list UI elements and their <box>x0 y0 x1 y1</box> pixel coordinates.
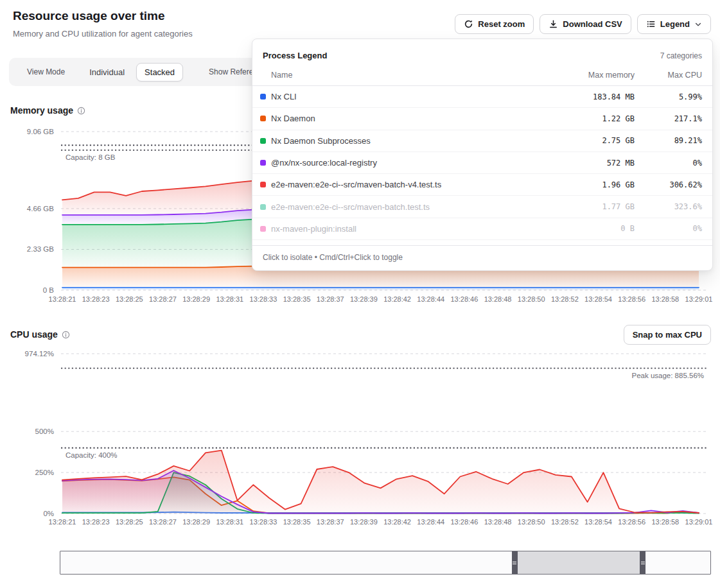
series-color-dot <box>260 116 266 121</box>
legend-dropdown-button[interactable]: Legend <box>637 14 711 34</box>
svg-text:13:28:27: 13:28:27 <box>149 295 177 303</box>
series-name: Nx CLI <box>271 92 551 101</box>
reset-zoom-button[interactable]: Reset zoom <box>455 14 534 34</box>
series-name: e2e-maven:e2e-ci--src/maven-batch-v4.tes… <box>271 180 551 189</box>
series-max-memory: 1.96 GB <box>551 180 635 189</box>
svg-text:0 B: 0 B <box>43 286 55 294</box>
legend-row[interactable]: Nx Daemon1.22 GB217.1% <box>252 108 712 130</box>
svg-text:13:28:44: 13:28:44 <box>417 518 444 526</box>
svg-text:13:28:37: 13:28:37 <box>317 518 344 526</box>
series-max-cpu: 89.21% <box>635 136 702 145</box>
svg-text:13:28:56: 13:28:56 <box>618 518 645 526</box>
process-legend-title: Process Legend <box>263 51 327 60</box>
view-mode-stacked[interactable]: Stacked <box>136 63 183 82</box>
column-max-cpu: Max CPU <box>635 71 702 80</box>
svg-text:13:28:27: 13:28:27 <box>149 518 177 526</box>
legend-row[interactable]: @nx/nx-source:local-registry572 MB0% <box>252 152 712 174</box>
series-max-memory: 0 B <box>551 224 635 233</box>
series-max-cpu: 323.6% <box>635 202 702 211</box>
svg-text:Capacity: 400%: Capacity: 400% <box>66 451 118 459</box>
series-max-cpu: 0% <box>635 224 702 233</box>
category-count: 7 categories <box>660 51 702 60</box>
brush-handle-left[interactable] <box>512 551 518 574</box>
brush-handle-right[interactable] <box>640 551 645 574</box>
cpu-section-title: CPU usage <box>10 329 70 340</box>
svg-text:500%: 500% <box>35 428 54 435</box>
legend-row[interactable]: Nx Daemon Subprocesses2.75 GB89.21% <box>252 130 712 152</box>
svg-text:13:28:50: 13:28:50 <box>518 518 545 526</box>
svg-text:13:28:23: 13:28:23 <box>82 295 110 303</box>
svg-text:13:28:21: 13:28:21 <box>49 518 76 526</box>
process-legend-popup: Process Legend 7 categories Name Max mem… <box>252 39 713 271</box>
column-name: Name <box>260 71 551 80</box>
legend-row[interactable]: nx-maven-plugin:install0 B0% <box>252 218 712 240</box>
svg-text:13:28:33: 13:28:33 <box>250 518 277 526</box>
svg-text:13:28:25: 13:28:25 <box>116 518 143 526</box>
chevron-down-icon <box>694 21 702 28</box>
svg-text:13:28:56: 13:28:56 <box>618 295 645 303</box>
svg-text:13:28:39: 13:28:39 <box>350 518 378 526</box>
svg-text:13:28:39: 13:28:39 <box>350 295 378 303</box>
cpu-usage-chart[interactable]: 0%250%500%974.12%Peak usage: 885.56%Capa… <box>0 347 720 534</box>
legend-row[interactable]: e2e-maven:e2e-ci--src/maven-batch-v4.tes… <box>252 174 712 196</box>
column-max-memory: Max memory <box>551 71 635 80</box>
series-color-dot <box>260 160 266 166</box>
series-max-memory: 2.75 GB <box>551 136 635 145</box>
download-icon <box>549 19 558 29</box>
legend-row[interactable]: e2e-maven:e2e-ci--src/maven-batch.test.t… <box>252 196 712 218</box>
page-title: Resource usage over time <box>13 9 165 23</box>
series-name: e2e-maven:e2e-ci--src/maven-batch.test.t… <box>271 202 551 212</box>
view-mode-individual[interactable]: Individual <box>82 64 132 81</box>
svg-text:13:28:46: 13:28:46 <box>450 518 478 526</box>
series-name: nx-maven-plugin:install <box>271 224 551 234</box>
header-actions: Reset zoom Download CSV Legend <box>455 14 711 34</box>
legend-row[interactable]: Nx CLI183.84 MB5.99% <box>252 86 712 108</box>
svg-text:13:28:25: 13:28:25 <box>116 295 143 303</box>
svg-text:13:28:21: 13:28:21 <box>49 295 76 303</box>
time-range-brush[interactable] <box>60 551 711 575</box>
snap-to-max-cpu-button[interactable]: Snap to max CPU <box>624 325 711 345</box>
svg-text:13:28:35: 13:28:35 <box>283 295 311 303</box>
brush-selection[interactable] <box>518 551 640 574</box>
info-icon[interactable] <box>62 331 70 339</box>
svg-text:Peak usage: 885.56%: Peak usage: 885.56% <box>631 372 704 379</box>
svg-text:13:28:35: 13:28:35 <box>283 518 311 526</box>
svg-text:13:28:44: 13:28:44 <box>417 295 444 303</box>
process-legend-header: Process Legend 7 categories <box>252 39 712 60</box>
legend-footer-hint: Click to isolate • Cmd/Ctrl+Click to tog… <box>252 245 712 270</box>
series-color-dot <box>260 94 266 99</box>
svg-text:13:28:58: 13:28:58 <box>651 518 679 526</box>
svg-text:974.12%: 974.12% <box>25 350 54 358</box>
list-icon <box>646 19 656 29</box>
view-mode-label: View Mode <box>27 67 65 76</box>
svg-text:13:29:01: 13:29:01 <box>685 518 713 526</box>
series-color-dot <box>260 226 266 232</box>
legend-rows: Nx CLI183.84 MB5.99%Nx Daemon1.22 GB217.… <box>252 86 712 240</box>
svg-text:4.66 GB: 4.66 GB <box>27 205 55 212</box>
series-max-cpu: 306.62% <box>635 180 702 189</box>
download-csv-button[interactable]: Download CSV <box>540 14 631 34</box>
series-color-dot <box>260 182 266 187</box>
refresh-icon <box>464 19 473 29</box>
series-name: Nx Daemon Subprocesses <box>271 136 551 146</box>
svg-text:13:29:01: 13:29:01 <box>685 295 713 303</box>
series-color-dot <box>260 138 266 144</box>
svg-text:13:28:33: 13:28:33 <box>250 295 277 303</box>
svg-text:13:28:31: 13:28:31 <box>216 295 243 303</box>
svg-text:9.06 GB: 9.06 GB <box>27 128 55 135</box>
series-name: @nx/nx-source:local-registry <box>271 158 551 168</box>
series-max-cpu: 217.1% <box>635 114 702 123</box>
svg-text:13:28:54: 13:28:54 <box>584 518 612 526</box>
svg-text:13:28:42: 13:28:42 <box>383 518 411 526</box>
info-icon[interactable] <box>77 107 85 115</box>
svg-text:2.33 GB: 2.33 GB <box>27 245 55 253</box>
svg-text:13:28:52: 13:28:52 <box>551 295 579 303</box>
svg-text:13:28:54: 13:28:54 <box>584 295 612 303</box>
svg-text:13:28:29: 13:28:29 <box>182 295 210 303</box>
series-max-cpu: 5.99% <box>635 92 702 101</box>
svg-text:Capacity: 8 GB: Capacity: 8 GB <box>66 153 116 161</box>
legend-column-headers: Name Max memory Max CPU <box>252 71 712 86</box>
series-max-memory: 1.77 GB <box>551 202 635 211</box>
svg-text:250%: 250% <box>35 469 54 476</box>
view-mode-segmented-control: Individual Stacked <box>82 63 183 82</box>
